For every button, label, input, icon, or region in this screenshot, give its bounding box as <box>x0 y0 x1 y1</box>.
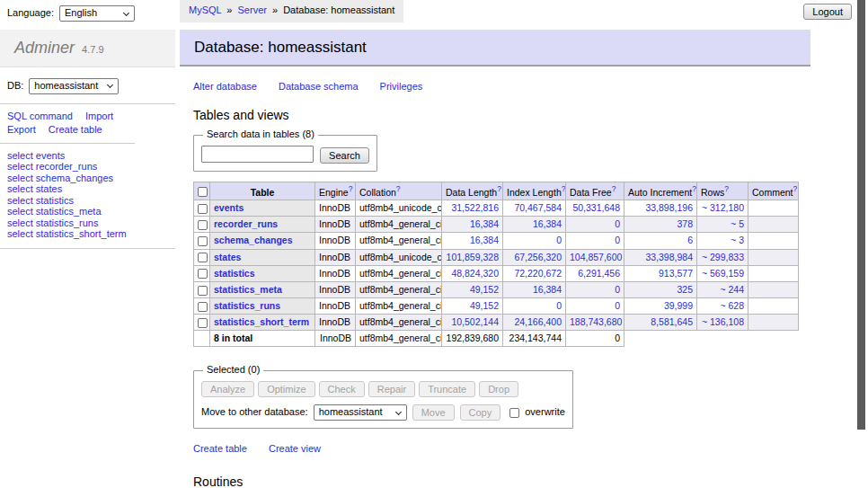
row-checkbox[interactable] <box>198 236 208 246</box>
index-length-link[interactable]: 67,256,320 <box>514 252 562 262</box>
data-length-link[interactable]: 16,384 <box>470 235 499 245</box>
index-length-link[interactable]: 0 <box>556 235 562 245</box>
row-checkbox[interactable] <box>198 269 208 279</box>
table-name-link[interactable]: statistics_runs <box>214 300 280 311</box>
language-select[interactable]: English <box>59 5 135 22</box>
index-length-link[interactable]: 16,384 <box>533 218 562 229</box>
row-checkbox[interactable] <box>198 286 208 296</box>
auto-increment-link[interactable]: 325 <box>677 284 693 295</box>
table-name-link[interactable]: schema_changes <box>214 235 293 245</box>
table-name-link[interactable]: recorder_runs <box>214 218 278 229</box>
sidebar-select-link[interactable]: select states <box>7 183 168 195</box>
auto-increment-link[interactable]: 378 <box>677 218 693 229</box>
table-name-link[interactable]: statistics_short_term <box>214 316 309 327</box>
rows-count-link[interactable]: ~ 628 <box>720 300 744 311</box>
table-name-link[interactable]: events <box>214 202 244 213</box>
table-name-link[interactable]: statistics <box>214 268 255 279</box>
sidebar-select-link[interactable]: select events <box>7 150 168 162</box>
sidebar-select-link[interactable]: select statistics <box>7 195 168 207</box>
vertical-scrollbar-thumb[interactable] <box>857 0 865 430</box>
rows-count-link[interactable]: ~ 312,180 <box>702 202 744 213</box>
column-help-link[interactable]: ? <box>724 184 729 193</box>
column-help-link[interactable]: ? <box>692 184 696 193</box>
table-row: events InnoDB utf8mb4_unicode_ci 31,522,… <box>194 200 799 217</box>
sidebar-menu-link[interactable]: Export <box>7 123 36 137</box>
data-length-link[interactable]: 48,824,320 <box>451 268 499 279</box>
sidebar-menu-link[interactable]: Import <box>85 110 113 123</box>
auto-increment-link[interactable]: 33,398,984 <box>645 252 693 262</box>
row-checkbox[interactable] <box>198 220 208 230</box>
sidebar-menu-link[interactable]: Create table <box>49 123 102 137</box>
column-help-link[interactable]: ? <box>793 184 798 193</box>
auto-increment-link[interactable]: 33,898,196 <box>645 202 693 213</box>
data-free-cell: 0 <box>566 297 624 314</box>
index-length-link[interactable]: 0 <box>556 300 562 311</box>
data-free-link[interactable]: 6,291,456 <box>578 268 620 279</box>
db-action-link[interactable]: Alter database <box>193 81 257 92</box>
data-length-link[interactable]: 10,502,144 <box>451 316 499 327</box>
rows-count-link[interactable]: ~ 136,108 <box>702 316 744 327</box>
auto-increment-link[interactable]: 8,581,645 <box>651 316 693 327</box>
row-checkbox[interactable] <box>198 302 208 312</box>
rows-count-link[interactable]: ~ 299,833 <box>702 252 744 262</box>
rows-count-link[interactable]: ~ 569,159 <box>702 268 744 279</box>
data-free-link[interactable]: 50,331,648 <box>572 202 620 213</box>
data-free-link[interactable]: 0 <box>615 235 620 245</box>
rows-count-link[interactable]: ~ 3 <box>731 235 744 245</box>
data-free-link[interactable]: 104,857,600 <box>570 252 622 262</box>
index-length-link[interactable]: 72,220,672 <box>514 268 562 279</box>
data-free-link[interactable]: 0 <box>615 218 620 229</box>
rows-count-link[interactable]: ~ 5 <box>731 218 744 229</box>
column-help-link[interactable]: ? <box>396 184 401 193</box>
sidebar-select-link[interactable]: select schema_changes <box>7 173 168 184</box>
move-db-select[interactable]: homeassistant <box>314 404 407 421</box>
column-help-link[interactable]: ? <box>562 184 566 193</box>
db-action-link[interactable]: Privileges <box>380 81 423 92</box>
db-select[interactable]: homeassistant <box>29 78 119 94</box>
column-help-link[interactable]: ? <box>497 184 501 193</box>
sidebar-select-link[interactable]: select statistics_meta <box>7 206 168 217</box>
auto-increment-cell: 6 <box>624 233 697 249</box>
row-checkbox[interactable] <box>198 253 208 262</box>
logout-button[interactable]: Logout <box>803 4 852 20</box>
column-header: Table <box>210 182 315 200</box>
breadcrumb-link-server[interactable]: Server <box>238 4 267 15</box>
row-checkbox[interactable] <box>198 204 208 214</box>
index-length-link[interactable]: 16,384 <box>533 284 562 295</box>
create-link[interactable]: Create table <box>193 443 247 454</box>
table-name-link[interactable]: states <box>214 252 241 262</box>
main-content: MySQL » Server » Database: homeassistant… <box>180 0 810 488</box>
data-length-link[interactable]: 16,384 <box>470 218 499 229</box>
column-help-link[interactable]: ? <box>612 184 616 193</box>
create-link[interactable]: Create view <box>269 443 321 454</box>
auto-increment-link[interactable]: 913,577 <box>659 268 693 279</box>
rows-count-link[interactable]: ~ 244 <box>720 284 744 295</box>
data-free-link[interactable]: 188,743,680 <box>570 316 622 327</box>
data-length-link[interactable]: 49,152 <box>470 284 499 295</box>
breadcrumb-link-mysql[interactable]: MySQL <box>189 4 221 15</box>
search-button[interactable]: Search <box>320 147 369 164</box>
index-length-link[interactable]: 70,467,584 <box>514 202 562 213</box>
data-length-link[interactable]: 49,152 <box>470 300 499 311</box>
auto-increment-link[interactable]: 6 <box>687 235 693 245</box>
search-input[interactable] <box>201 146 314 163</box>
select-all-checkbox[interactable] <box>198 187 208 197</box>
data-length-link[interactable]: 31,522,816 <box>451 202 499 213</box>
engine-cell: InnoDB <box>315 315 356 331</box>
sidebar-select-link[interactable]: select statistics_short_term <box>7 228 168 240</box>
auto-increment-link[interactable]: 39,999 <box>664 300 693 311</box>
data-length-link[interactable]: 101,859,328 <box>447 252 499 262</box>
table-name-link[interactable]: statistics_meta <box>214 284 282 295</box>
row-checkbox[interactable] <box>198 318 208 328</box>
data-free-link[interactable]: 0 <box>615 284 620 295</box>
sidebar-select-link[interactable]: select statistics_runs <box>7 217 168 229</box>
sidebar-menu-link[interactable]: SQL command <box>7 110 73 123</box>
data-free-link[interactable]: 0 <box>615 300 620 311</box>
data-length-cell: 31,522,816 <box>442 200 503 217</box>
overwrite-checkbox[interactable] <box>509 408 519 418</box>
sidebar-menu: SQL commandImportExportCreate table <box>0 104 135 144</box>
column-help-link[interactable]: ? <box>349 184 353 193</box>
sidebar-select-link[interactable]: select recorder_runs <box>7 161 168 173</box>
index-length-link[interactable]: 24,166,400 <box>514 316 562 327</box>
db-action-link[interactable]: Database schema <box>279 81 359 92</box>
